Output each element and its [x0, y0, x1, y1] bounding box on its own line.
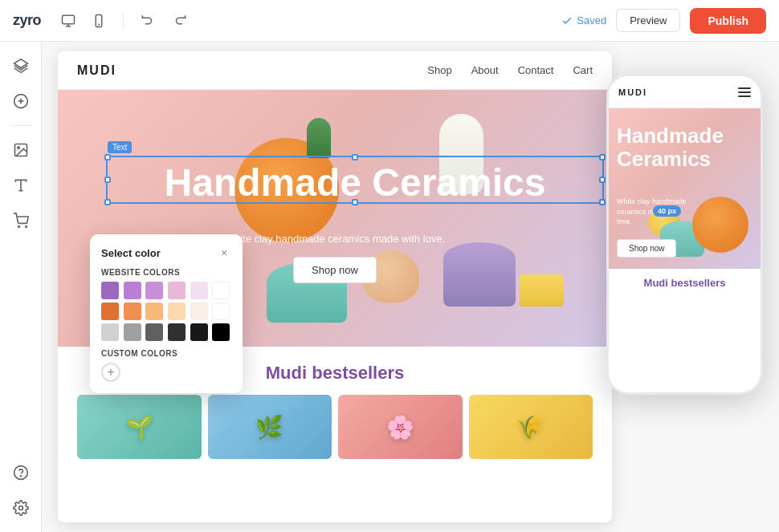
color-swatch-15[interactable] — [168, 323, 186, 341]
selection-handle-mr[interactable] — [599, 177, 606, 183]
color-swatch-11[interactable] — [212, 303, 230, 320]
element-type-tag: Text — [108, 141, 132, 153]
plant-icon-1: 🌱 — [125, 414, 153, 441]
hamburger-bar-3 — [738, 95, 751, 97]
product-card-2[interactable]: 🌿 — [208, 395, 332, 459]
mobile-bestsellers-section: Mudi bestsellers — [609, 269, 761, 289]
sidebar-divider — [10, 125, 32, 126]
color-swatch-8[interactable] — [145, 303, 163, 320]
custom-colors-section: Custom colors + — [101, 349, 231, 382]
mobile-preview: MUDI HandmadeCeramics White clay handmad… — [606, 74, 763, 395]
color-picker-title: Select color — [101, 247, 161, 259]
color-picker-close-button[interactable]: × — [217, 246, 231, 260]
color-swatch-5[interactable] — [212, 282, 230, 299]
color-picker-header: Select color × — [101, 246, 231, 260]
site-nav-links: Shop About Contact Cart — [427, 64, 593, 76]
sidebar-layers-button[interactable] — [6, 51, 35, 80]
selection-handle-tr[interactable] — [599, 154, 606, 160]
color-swatch-1[interactable] — [124, 282, 141, 299]
px-size-badge: 40 px — [653, 205, 681, 217]
color-swatch-0[interactable] — [101, 282, 119, 299]
selection-handle-bm[interactable] — [352, 199, 358, 205]
website-colors-label: Website colors — [101, 268, 231, 277]
device-switcher — [57, 10, 110, 32]
site-logo: MUDI — [77, 63, 116, 78]
color-swatch-6[interactable] — [101, 303, 119, 320]
svg-point-17 — [18, 506, 22, 510]
ceramic-yellow-block — [520, 274, 564, 307]
nav-contact[interactable]: Contact — [518, 64, 554, 76]
selection-handle-tm[interactable] — [352, 154, 358, 160]
toolbar-divider-1 — [123, 13, 124, 29]
plant-icon-2: 🌿 — [255, 414, 283, 441]
hero-shop-now-button[interactable]: Shop now — [293, 257, 377, 283]
mobile-nav: MUDI — [609, 76, 761, 108]
add-custom-color-button[interactable]: + — [101, 363, 120, 382]
svg-rect-0 — [63, 15, 75, 24]
selection-handle-ml[interactable] — [104, 177, 111, 183]
product-grid: 🌱 🌿 🌸 🌾 — [77, 395, 593, 459]
svg-point-10 — [17, 147, 18, 149]
color-swatch-13[interactable] — [124, 323, 141, 341]
site-nav: MUDI Shop About Contact Cart — [58, 51, 612, 90]
nav-shop[interactable]: Shop — [427, 64, 451, 76]
sidebar-text-button[interactable] — [6, 171, 35, 200]
color-swatch-2[interactable] — [145, 282, 163, 299]
mobile-site-logo: MUDI — [618, 87, 647, 97]
color-swatch-12[interactable] — [101, 323, 119, 341]
saved-check-icon — [561, 15, 573, 26]
color-swatch-16[interactable] — [190, 323, 208, 341]
color-swatch-9[interactable] — [168, 303, 186, 320]
product-card-1[interactable]: 🌱 — [77, 395, 202, 459]
toolbar: zyro S — [0, 0, 779, 42]
publish-button[interactable]: Publish — [690, 8, 766, 34]
custom-colors-label: Custom colors — [101, 349, 231, 358]
nav-about[interactable]: About — [471, 64, 499, 76]
sidebar-add-button[interactable] — [6, 87, 35, 116]
redo-button[interactable] — [169, 10, 191, 32]
color-swatch-10[interactable] — [190, 303, 208, 320]
text-selection-overlay[interactable]: Text — [106, 156, 604, 204]
left-sidebar — [0, 42, 42, 532]
selection-handle-tl[interactable] — [104, 154, 111, 160]
color-swatch-7[interactable] — [124, 303, 141, 320]
app-logo: zyro — [13, 12, 41, 29]
saved-label: Saved — [577, 14, 606, 26]
selection-handle-br[interactable] — [599, 199, 606, 205]
svg-point-14 — [25, 226, 27, 228]
mobile-shop-now-button[interactable]: Shop now — [617, 239, 676, 258]
nav-cart[interactable]: Cart — [573, 64, 593, 76]
color-picker-panel: Select color × Website colors Custom c — [90, 234, 243, 393]
color-swatch-14[interactable] — [145, 323, 163, 341]
color-swatches — [101, 282, 231, 341]
mobile-hamburger-menu[interactable] — [738, 87, 751, 97]
undo-button[interactable] — [137, 10, 159, 32]
hamburger-bar-2 — [738, 91, 751, 93]
plant-icon-3: 🌸 — [386, 414, 414, 441]
selection-handle-bl[interactable] — [104, 199, 111, 205]
product-card-4[interactable]: 🌾 — [469, 395, 593, 459]
canvas-area: MUDI Shop About Contact Cart — [42, 42, 779, 532]
sidebar-cart-button[interactable] — [6, 206, 35, 235]
sidebar-help-button[interactable] — [6, 458, 35, 487]
saved-status: Saved — [561, 14, 606, 26]
svg-point-13 — [18, 226, 19, 228]
ceramic-purple-cylinder — [443, 242, 516, 307]
mobile-bestsellers-title: Mudi bestsellers — [617, 277, 752, 289]
mobile-device-button[interactable] — [88, 10, 110, 32]
desktop-device-button[interactable] — [57, 10, 80, 32]
mobile-ceramic-orange — [692, 197, 748, 253]
color-swatch-17[interactable] — [212, 323, 230, 341]
color-swatch-3[interactable] — [168, 282, 186, 299]
preview-button[interactable]: Preview — [616, 9, 680, 32]
product-card-3[interactable]: 🌸 — [338, 395, 463, 459]
sidebar-settings-button[interactable] — [6, 493, 35, 522]
mobile-hero-title: HandmadeCeramics — [617, 124, 724, 170]
color-swatch-4[interactable] — [190, 282, 208, 299]
plant-icon-4: 🌾 — [516, 414, 544, 441]
sidebar-image-button[interactable] — [6, 136, 35, 164]
mobile-hero-section: HandmadeCeramics White clay handmade cer… — [609, 108, 761, 269]
ceramic-cactus — [307, 118, 331, 158]
sidebar-bottom — [6, 458, 35, 522]
hamburger-bar-1 — [738, 87, 751, 89]
